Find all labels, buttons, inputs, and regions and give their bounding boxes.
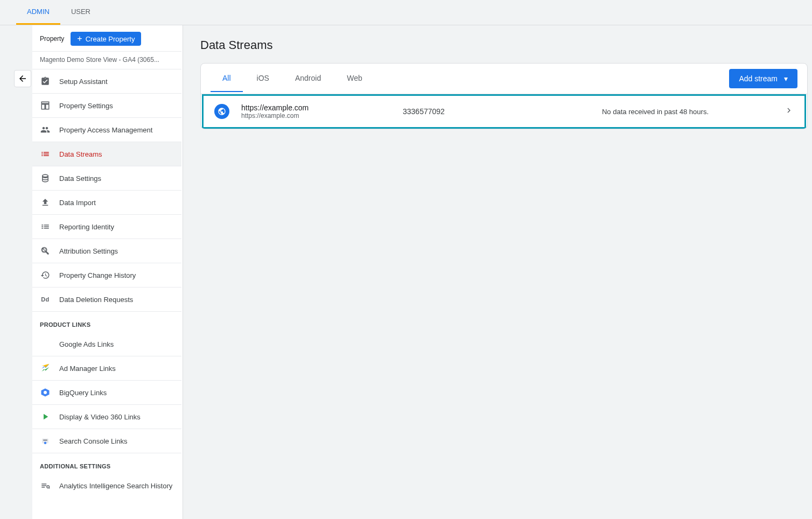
- sidebar-item-label: BigQuery Links: [59, 389, 107, 397]
- sidebar-item-bigquery-links[interactable]: BigQuery Links: [32, 381, 181, 405]
- sidebar-item-label: Reporting Identity: [59, 223, 114, 231]
- sidebar-item-data-import[interactable]: Data Import: [32, 191, 181, 215]
- svg-point-3: [44, 391, 47, 394]
- plus-icon: +: [77, 34, 82, 43]
- sidebar-item-property-access[interactable]: Property Access Management: [32, 118, 181, 142]
- product-links-header: PRODUCT LINKS: [32, 312, 181, 332]
- page-title: Data Streams: [200, 38, 808, 52]
- sidebar-item-label: Display & Video 360 Links: [59, 413, 141, 421]
- bigquery-icon: [40, 387, 51, 398]
- sidebar-item-ad-manager-links[interactable]: Ad Manager Links: [32, 356, 181, 381]
- arrow-left-icon: [18, 74, 27, 83]
- sidebar-item-label: Search Console Links: [59, 437, 127, 445]
- google-ads-icon: [40, 339, 51, 349]
- stream-name: https://example.com: [241, 103, 403, 112]
- people-icon: [40, 124, 51, 135]
- content-area: Data Streams All iOS Android Web Add str…: [183, 25, 812, 519]
- sidebar-item-label: Data Streams: [59, 150, 102, 158]
- sidebar: Property + Create Property Magento Demo …: [32, 25, 183, 519]
- sidebar-item-label: Property Access Management: [59, 126, 152, 134]
- filter-tabs: All iOS Android Web: [211, 65, 374, 92]
- filter-tab-android[interactable]: Android: [283, 65, 333, 92]
- filter-tab-web[interactable]: Web: [335, 65, 374, 92]
- additional-settings-header: ADDITIONAL SETTINGS: [32, 453, 181, 474]
- layout-icon: [40, 100, 51, 111]
- caret-down-icon: ▾: [784, 74, 788, 83]
- sidebar-item-change-history[interactable]: Property Change History: [32, 263, 181, 287]
- svg-rect-5: [43, 440, 47, 441]
- filter-tab-ios[interactable]: iOS: [245, 65, 281, 92]
- sidebar-item-attribution-settings[interactable]: Attribution Settings: [32, 239, 181, 263]
- property-label: Property: [40, 35, 64, 43]
- sidebar-item-setup-assistant[interactable]: Setup Assistant: [32, 69, 181, 94]
- stream-row[interactable]: https://example.com https://example.com …: [202, 94, 806, 129]
- sidebar-item-display-video-links[interactable]: Display & Video 360 Links: [32, 405, 181, 429]
- sidebar-item-label: Google Ads Links: [59, 340, 114, 348]
- sidebar-item-data-settings[interactable]: Data Settings: [32, 166, 181, 191]
- add-stream-label: Add stream: [739, 74, 778, 83]
- streams-card: All iOS Android Web Add stream ▾ https:/…: [200, 63, 808, 129]
- display-video-icon: [40, 411, 51, 422]
- tab-admin[interactable]: ADMIN: [16, 0, 60, 25]
- sidebar-item-label: Analytics Intelligence Search History: [59, 482, 172, 490]
- sidebar-item-google-ads-links[interactable]: Google Ads Links: [32, 332, 181, 356]
- stream-url: https://example.com: [241, 112, 403, 120]
- history-icon: [40, 270, 51, 280]
- attribution-icon: [40, 246, 51, 256]
- search-history-icon: [40, 480, 51, 491]
- stream-status: No data received in past 48 hours.: [527, 108, 784, 116]
- back-button[interactable]: [14, 70, 31, 87]
- ad-manager-icon: [40, 363, 51, 374]
- dd-icon: Dd: [40, 294, 51, 305]
- tab-user[interactable]: USER: [60, 0, 101, 25]
- clipboard-check-icon: [40, 76, 51, 87]
- sidebar-item-reporting-identity[interactable]: Reporting Identity: [32, 215, 181, 239]
- sidebar-item-analytics-intelligence[interactable]: Analytics Intelligence Search History: [32, 474, 181, 497]
- property-name: Magento Demo Store View - GA4 (3065...: [32, 52, 181, 69]
- sidebar-item-label: Attribution Settings: [59, 247, 118, 255]
- sidebar-item-label: Setup Assistant: [59, 78, 108, 86]
- top-tabs: ADMIN USER: [0, 0, 812, 25]
- sidebar-item-label: Data Deletion Requests: [59, 296, 133, 304]
- identity-icon: [40, 221, 51, 232]
- sidebar-item-label: Data Import: [59, 199, 96, 207]
- create-property-button[interactable]: + Create Property: [71, 32, 141, 46]
- sidebar-item-search-console-links[interactable]: Search Console Links: [32, 429, 181, 453]
- filter-tab-all[interactable]: All: [211, 65, 243, 92]
- add-stream-button[interactable]: Add stream ▾: [729, 69, 797, 88]
- sidebar-item-data-deletion[interactable]: Dd Data Deletion Requests: [32, 287, 181, 312]
- database-icon: [40, 173, 51, 184]
- search-console-icon: [40, 436, 51, 446]
- stream-id: 3336577092: [403, 107, 527, 116]
- chevron-right-icon: [784, 106, 794, 117]
- svg-point-6: [44, 442, 47, 445]
- sidebar-item-data-streams[interactable]: Data Streams: [32, 142, 181, 166]
- globe-icon: [214, 104, 229, 119]
- sidebar-item-label: Property Change History: [59, 271, 136, 279]
- sidebar-item-property-settings[interactable]: Property Settings: [32, 94, 181, 118]
- sidebar-item-label: Property Settings: [59, 102, 113, 110]
- upload-icon: [40, 197, 51, 208]
- create-property-label: Create Property: [86, 35, 135, 43]
- sidebar-item-label: Ad Manager Links: [59, 364, 116, 373]
- sidebar-item-label: Data Settings: [59, 174, 101, 183]
- stream-icon: [40, 149, 51, 159]
